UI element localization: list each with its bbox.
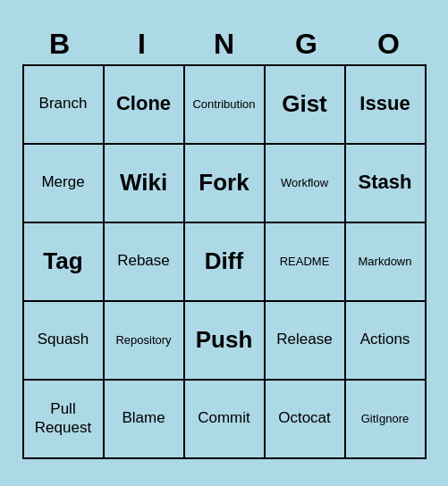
bingo-cell-text-r4-c2: Commit: [198, 409, 250, 427]
bingo-cell-r1-c0: Merge: [24, 145, 105, 223]
bingo-cell-text-r3-c2: Push: [196, 326, 253, 354]
bingo-cell-r1-c1: Wiki: [105, 145, 185, 223]
bingo-cell-text-r0-c3: Gist: [282, 90, 327, 118]
bingo-cell-text-r2-c3: README: [280, 255, 330, 269]
header-letter-G: G: [267, 28, 346, 61]
bingo-cell-r0-c1: Clone: [105, 66, 185, 145]
header-letter-B: B: [21, 28, 99, 61]
bingo-cell-r2-c3: README: [266, 223, 346, 302]
header-letter-I: I: [103, 28, 182, 61]
bingo-cell-text-r3-c3: Release: [276, 331, 332, 348]
bingo-header: BINGO: [19, 28, 430, 61]
bingo-cell-r3-c0: Squash: [24, 302, 105, 381]
bingo-cell-text-r1-c2: Fork: [199, 169, 249, 197]
bingo-cell-text-r0-c4: Issue: [359, 92, 410, 115]
bingo-cell-r3-c4: Actions: [346, 302, 427, 381]
bingo-cell-r3-c3: Release: [266, 302, 346, 381]
bingo-cell-r2-c1: Rebase: [105, 223, 185, 302]
bingo-cell-text-r4-c4: GitIgnore: [361, 412, 409, 426]
bingo-cell-text-r3-c4: Actions: [360, 331, 410, 348]
bingo-cell-text-r4-c0: Pull Request: [28, 400, 99, 437]
bingo-cell-text-r1-c3: Workflow: [281, 176, 328, 190]
bingo-cell-r1-c4: Stash: [346, 145, 427, 223]
header-letter-N: N: [185, 28, 264, 61]
bingo-cell-r0-c4: Issue: [346, 66, 427, 145]
bingo-cell-r4-c1: Blame: [105, 381, 185, 459]
bingo-cell-text-r0-c0: Branch: [39, 95, 88, 113]
bingo-cell-r4-c3: Octocat: [266, 381, 346, 459]
bingo-cell-r0-c3: Gist: [266, 66, 346, 145]
bingo-grid: BranchCloneContributionGistIssueMergeWik…: [22, 64, 427, 459]
header-letter-O: O: [350, 28, 428, 61]
bingo-cell-text-r3-c1: Repository: [115, 333, 171, 348]
bingo-cell-r2-c0: Tag: [24, 223, 105, 302]
bingo-cell-text-r1-c0: Merge: [41, 173, 84, 191]
bingo-cell-r0-c2: Contribution: [185, 66, 266, 145]
bingo-cell-text-r0-c2: Contribution: [192, 97, 255, 112]
bingo-cell-text-r3-c0: Squash: [38, 331, 89, 348]
bingo-cell-r3-c1: Repository: [105, 302, 185, 381]
bingo-cell-r0-c0: Branch: [24, 66, 105, 145]
bingo-cell-text-r4-c3: Octocat: [278, 409, 331, 427]
bingo-cell-r1-c3: Workflow: [266, 145, 346, 223]
bingo-cell-text-r4-c1: Blame: [122, 409, 165, 427]
bingo-cell-r2-c2: Diff: [185, 223, 266, 302]
bingo-cell-text-r1-c1: Wiki: [120, 169, 167, 197]
bingo-container: BINGO BranchCloneContributionGistIssueMe…: [10, 19, 439, 468]
bingo-cell-text-r2-c2: Diff: [205, 247, 243, 275]
bingo-cell-text-r1-c4: Stash: [359, 171, 412, 194]
bingo-cell-r3-c2: Push: [185, 302, 266, 381]
bingo-cell-text-r2-c4: Markdown: [359, 255, 412, 269]
bingo-cell-r4-c0: Pull Request: [24, 381, 105, 459]
bingo-cell-r4-c4: GitIgnore: [346, 381, 427, 459]
bingo-cell-r2-c4: Markdown: [346, 223, 427, 302]
bingo-cell-text-r2-c0: Tag: [43, 247, 82, 275]
bingo-cell-r4-c2: Commit: [185, 381, 266, 459]
bingo-cell-r1-c2: Fork: [185, 145, 266, 223]
bingo-cell-text-r0-c1: Clone: [116, 92, 171, 115]
bingo-cell-text-r2-c1: Rebase: [117, 252, 170, 270]
